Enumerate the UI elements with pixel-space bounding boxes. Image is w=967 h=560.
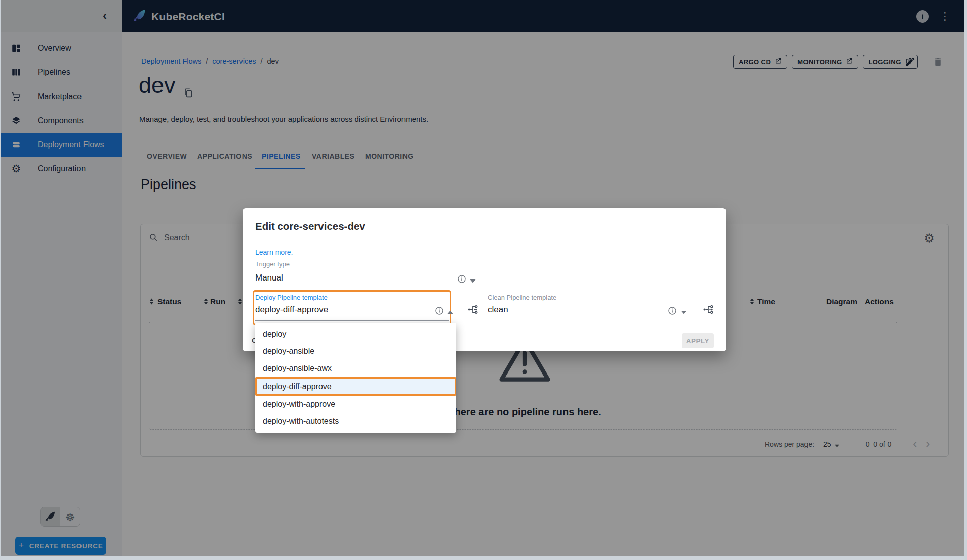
deploy-template-label: Deploy Pipeline template xyxy=(255,294,328,301)
window-edge-bottom xyxy=(0,556,967,560)
window-edge-right xyxy=(964,0,967,560)
info-circle-icon[interactable] xyxy=(457,274,467,284)
clean-template-label: Clean Pipeline template xyxy=(488,294,556,301)
chevron-down-icon[interactable] xyxy=(469,276,478,286)
window-edge-left xyxy=(0,0,1,560)
learn-more-link[interactable]: Learn more. xyxy=(255,248,293,256)
chevron-down-icon[interactable] xyxy=(680,308,689,317)
dropdown-option[interactable]: deploy-ansible xyxy=(255,343,456,360)
apply-button[interactable]: APPLY xyxy=(682,333,714,348)
deploy-template-dropdown: deploy deploy-ansible deploy-ansible-awx… xyxy=(255,323,456,433)
deploy-template-select[interactable]: deploy-diff-approve xyxy=(255,305,328,315)
trigger-type-label: Trigger type xyxy=(255,260,290,268)
chevron-up-icon[interactable] xyxy=(447,308,456,317)
clean-template-select[interactable]: clean xyxy=(488,305,508,315)
trigger-type-underline xyxy=(255,287,479,287)
deploy-template-underline xyxy=(255,320,449,321)
dropdown-option[interactable]: deploy-with-autotests xyxy=(255,413,456,430)
dialog-title: Edit core-services-dev xyxy=(255,220,365,232)
info-circle-icon[interactable] xyxy=(667,306,677,316)
dropdown-option[interactable]: deploy-ansible-awx xyxy=(255,360,456,377)
dropdown-option-selected[interactable]: deploy-diff-approve xyxy=(255,377,456,396)
info-circle-icon[interactable] xyxy=(434,306,444,316)
dropdown-option[interactable]: deploy xyxy=(255,326,456,343)
pipeline-diagram-icon[interactable] xyxy=(702,303,715,316)
trigger-type-select[interactable]: Manual xyxy=(255,273,283,283)
pipeline-diagram-icon[interactable] xyxy=(467,303,479,316)
dropdown-option[interactable]: deploy-with-approve xyxy=(255,396,456,413)
clean-template-underline xyxy=(488,319,690,319)
